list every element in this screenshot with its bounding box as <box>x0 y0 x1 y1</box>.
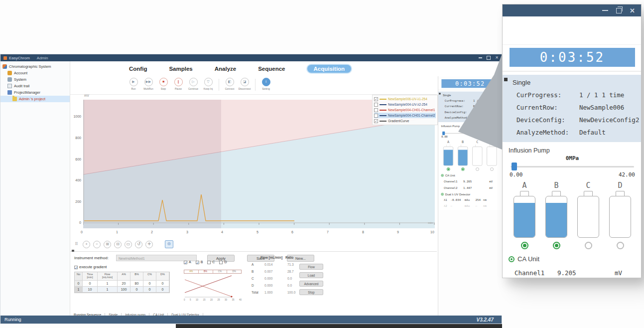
sidebar-item-system[interactable]: System <box>0 76 70 83</box>
audit-trail-icon <box>7 84 12 88</box>
legend-item[interactable]: NewSample004-CH01-Channel1 <box>374 107 436 113</box>
sidebar-item-project-manager[interactable]: ProjectManager <box>0 89 70 96</box>
legend-checkbox[interactable] <box>374 108 378 112</box>
bottle-b-radio[interactable] <box>553 242 560 249</box>
tab-samples[interactable]: Samples <box>169 66 192 72</box>
tab-acquisition[interactable]: Acquisition <box>307 65 352 73</box>
bottle-a-radio[interactable] <box>447 167 450 171</box>
channel-b-checkbox[interactable]: ✓B <box>196 260 203 264</box>
channel-a-checkbox[interactable]: ✓A <box>184 260 191 264</box>
disconnect-button[interactable]: ◪ Disconnect <box>237 78 252 90</box>
sidebar-item-account[interactable]: Account <box>0 70 70 76</box>
legend-item[interactable]: ✓ GradientCurve <box>374 118 436 124</box>
bottle-d-radio[interactable] <box>617 242 624 249</box>
multirun-button[interactable]: ▶▶ MultiRun <box>141 78 156 90</box>
legend-line-sample <box>380 104 386 105</box>
minimize-icon[interactable] <box>602 10 608 11</box>
channel-c-checkbox[interactable]: C <box>207 260 215 264</box>
screen: EasyChrom Admin ✕ Chromatographic System… <box>0 0 644 328</box>
bottle-b-radio[interactable] <box>461 167 465 171</box>
close-icon[interactable]: ✕ <box>495 56 499 60</box>
setting-button[interactable]: i Setting <box>258 78 273 90</box>
minimize-icon[interactable] <box>479 57 482 58</box>
sidebar-item-audit-trail[interactable]: Audit trail <box>0 83 70 89</box>
keep-inj-icon: ▽ <box>204 78 213 86</box>
crosshair-tool-icon[interactable]: ◎ <box>165 240 173 248</box>
status-bar: Running V3.2.47 <box>0 316 502 324</box>
infusion-pump-section: Influsion Pump 0MPa 0.00 42.00 A <box>503 142 642 251</box>
zoomed-status-popup: ✕ 0:03:52 Single CurProgress:1 / 1 1 tim… <box>502 4 642 278</box>
channel-d-checkbox[interactable]: D <box>219 260 227 264</box>
x-tick: 10 <box>430 230 434 234</box>
bottle-c: C <box>471 140 484 170</box>
connect-button[interactable]: ◧ Connect <box>222 78 237 90</box>
sidebar-item-chromatographic-system[interactable]: Chromatographic System <box>0 63 70 70</box>
zoom-x-icon[interactable]: ⊞ <box>104 241 111 248</box>
bottle-a-radio[interactable] <box>521 242 528 249</box>
tab-sequence[interactable]: Sequence <box>258 66 285 72</box>
system-icon <box>7 77 12 82</box>
slider-thumb[interactable] <box>512 163 517 170</box>
move-icon[interactable]: ✛ <box>145 241 153 248</box>
legend-checkbox[interactable]: ✓ <box>374 97 378 101</box>
system-root-icon <box>2 64 7 69</box>
stop-flow-button[interactable]: Stop <box>299 289 323 295</box>
restore-icon[interactable] <box>616 8 622 13</box>
execute-gradient-checkbox[interactable]: ✓execute gradient <box>74 265 107 269</box>
advanced-button[interactable]: Advanced <box>299 281 323 287</box>
close-icon[interactable]: ✕ <box>630 7 635 14</box>
zoom-out-icon[interactable]: − <box>93 241 101 248</box>
acquisition-toolbar: ▶ Run ▶▶ MultiRun ■ Stop ∥ Pause ▷ Conti… <box>70 76 437 95</box>
gradient-row[interactable]: 0 0 1 20 80 0 0 <box>75 281 169 287</box>
titlebar: EasyChrom Admin ✕ <box>0 54 502 61</box>
legend-checkbox[interactable] <box>374 114 378 118</box>
slider-thumb[interactable] <box>442 132 445 135</box>
status-ok-icon <box>509 256 515 262</box>
legend-item[interactable]: ✓ NewSample006-UV-λ1-254 <box>374 96 436 102</box>
gradient-row[interactable]: 1 10 1 100 0 0 0 <box>75 287 169 293</box>
pause-icon: ∥ <box>174 78 183 86</box>
run-timer: 0:03:52 <box>510 48 635 67</box>
slider-track <box>442 133 498 134</box>
x-axis-unit: min <box>428 221 433 224</box>
y-tick: 0 <box>71 221 81 224</box>
bottle-d-radio[interactable] <box>490 167 494 171</box>
legend-checkbox[interactable] <box>374 103 378 107</box>
y-tick: 400 <box>71 178 81 182</box>
pressure-slider[interactable] <box>511 163 634 170</box>
undo-zoom-icon[interactable]: ↺ <box>135 241 142 248</box>
load-button[interactable]: Load <box>299 272 323 278</box>
collapse-handle-icon[interactable] <box>504 78 508 81</box>
splitter-handle[interactable] <box>72 250 74 252</box>
bottle-c-radio[interactable] <box>585 242 592 249</box>
keep-inj-button[interactable]: ▽ Keep Inj <box>201 78 216 90</box>
continue-button[interactable]: ▷ Continue <box>186 78 201 90</box>
box-zoom-icon[interactable]: ▭ <box>125 241 132 248</box>
bottle-b: B <box>456 140 469 170</box>
pan-grid-icon[interactable]: ⠿ <box>73 241 80 248</box>
instrument-method-label: Instrument method: <box>74 256 109 260</box>
sidebar-item-admin-project[interactable]: Admin 's project <box>0 96 70 102</box>
pressure-slider[interactable] <box>442 132 498 135</box>
legend-line-sample <box>380 110 386 111</box>
zoom-in-icon[interactable]: + <box>83 241 90 248</box>
bottle-a: A <box>511 181 538 249</box>
legend-checkbox[interactable]: ✓ <box>374 119 378 123</box>
tab-config[interactable]: Config <box>129 66 147 72</box>
run-button[interactable]: ▶ Run <box>126 78 141 90</box>
pause-button[interactable]: ∥ Pause <box>171 78 186 90</box>
restore-icon[interactable] <box>487 56 491 60</box>
stop-button[interactable]: ■ Stop <box>156 78 171 90</box>
legend-item-selected[interactable]: NewSample004-CH01-Channel2 <box>374 113 436 118</box>
legend-item[interactable]: NewSample004-UV-λ2-254 <box>374 102 436 107</box>
tab-analyze[interactable]: Analyze <box>215 66 236 72</box>
x-tick: 0 <box>81 230 83 234</box>
toolbar-separator <box>255 79 256 91</box>
uv-detector-section: Dual λ UV Detector λ1-0.034mAu254nm λ2–m… <box>438 191 502 210</box>
y-tick: 200 <box>71 200 81 203</box>
divider <box>503 71 642 72</box>
zoom-y-icon[interactable]: ⊟ <box>114 241 122 248</box>
collapse-handle-icon[interactable] <box>439 93 440 94</box>
flow-button[interactable]: Flow <box>299 264 323 270</box>
bottle-c-radio[interactable] <box>476 167 479 171</box>
